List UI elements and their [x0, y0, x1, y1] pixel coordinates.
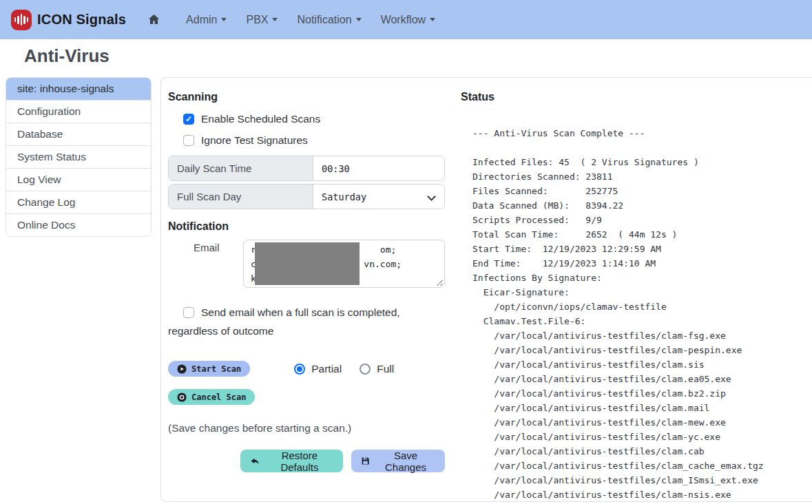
cancel-scan-button[interactable]: Cancel Scan [168, 389, 255, 405]
daily-scan-time-input[interactable]: 00:30 [313, 156, 444, 180]
nav-item-workflow[interactable]: Workflow [371, 8, 446, 32]
start-scan-label: Start Scan [191, 364, 241, 374]
nav-item-pbx[interactable]: PBX [236, 8, 287, 32]
cancel-scan-label: Cancel Scan [191, 392, 246, 402]
main-panel: Scanning Enable Scheduled Scans Ignore T… [160, 77, 812, 502]
save-changes-label: Save Changes [376, 450, 435, 473]
sidebar-item-system-status[interactable]: System Status [6, 146, 151, 169]
save-changes-button[interactable]: Save Changes [351, 450, 445, 472]
full-scan-day-value: Saturday [322, 191, 366, 202]
stop-circle-icon [177, 392, 187, 402]
settings-column: Scanning Enable Scheduled Scans Ignore T… [168, 91, 445, 501]
partial-radio[interactable] [294, 364, 305, 375]
restore-defaults-button[interactable]: Restore Defaults [240, 450, 343, 472]
textarea-resize-handle[interactable] [436, 279, 443, 286]
full-scan-day-label: Full Scan Day [169, 185, 313, 209]
top-navbar: ICON Signals Admin PBX Notification Work… [0, 0, 812, 39]
nav-item-notification-label: Notification [297, 14, 351, 26]
notification-heading: Notification [168, 220, 445, 233]
sidebar-item-change-log[interactable]: Change Log [6, 191, 151, 214]
daily-scan-time-group: Daily Scan Time 00:30 [168, 156, 445, 181]
redaction-overlay [255, 242, 360, 285]
scan-status-log: --- Anti-Virus Scan Complete --- Infecte… [461, 126, 812, 501]
save-floppy-icon [361, 456, 370, 466]
nav-item-pbx-label: PBX [246, 14, 268, 26]
send-email-row: Send email when a full scan is completed… [168, 303, 447, 340]
sidebar-item-online-docs[interactable]: Online Docs [6, 214, 151, 236]
play-circle-icon [177, 364, 187, 374]
full-label[interactable]: Full [377, 363, 394, 375]
caret-down-icon [272, 18, 278, 21]
nav-links: Admin PBX Notification Workflow [176, 8, 445, 32]
caret-down-icon [221, 18, 227, 21]
caret-down-icon [356, 18, 362, 21]
daily-scan-time-label: Daily Scan Time [169, 156, 313, 180]
form-buttons-row: Restore Defaults Save Changes [168, 450, 445, 472]
icon-signals-logo [11, 10, 32, 30]
sidebar: site: inhouse-signals Configuration Data… [6, 77, 152, 237]
caret-down-icon [430, 18, 435, 21]
cancel-scan-row: Cancel Scan [168, 389, 445, 405]
restore-defaults-label: Restore Defaults [266, 450, 333, 473]
nav-item-notification[interactable]: Notification [287, 8, 371, 32]
ignore-test-signatures-label[interactable]: Ignore Test Signatures [201, 134, 308, 147]
undo-arrow-icon [250, 456, 260, 467]
brand-name: ICON Signals [37, 12, 126, 28]
home-icon[interactable] [141, 10, 167, 30]
nav-item-workflow-label: Workflow [381, 14, 426, 26]
nav-item-admin[interactable]: Admin [176, 8, 236, 32]
status-column: Status --- Anti-Virus Scan Complete --- … [461, 91, 812, 501]
sidebar-item-configuration[interactable]: Configuration [6, 101, 151, 123]
enable-scheduled-scans-label[interactable]: Enable Scheduled Scans [201, 113, 320, 125]
enable-scheduled-scans-row: Enable Scheduled Scans [183, 113, 445, 125]
page-title: Anti-Virus [24, 45, 110, 67]
partial-label[interactable]: Partial [311, 363, 342, 375]
email-label: Email [194, 240, 243, 288]
email-row: Email r om; c vn.com; k [194, 240, 445, 288]
send-email-label[interactable]: Send email when a full scan is completed… [168, 306, 400, 337]
status-heading: Status [461, 91, 812, 103]
enable-scheduled-scans-checkbox[interactable] [183, 114, 194, 125]
chevron-down-icon [427, 192, 436, 201]
full-scan-day-select[interactable]: Saturday [313, 185, 444, 209]
save-before-scan-note: (Save changes before starting a scan.) [168, 422, 445, 434]
scanning-heading: Scanning [168, 91, 445, 103]
sidebar-item-site[interactable]: site: inhouse-signals [6, 78, 151, 101]
ignore-test-signatures-row: Ignore Test Signatures [183, 134, 445, 147]
full-radio[interactable] [360, 364, 371, 375]
sidebar-item-database[interactable]: Database [6, 123, 151, 146]
nav-item-admin-label: Admin [186, 14, 217, 26]
ignore-test-signatures-checkbox[interactable] [183, 135, 194, 146]
email-textarea[interactable]: r om; c vn.com; k [243, 240, 445, 288]
scan-type-radio-group: Partial Full [294, 363, 394, 375]
sidebar-item-log-view[interactable]: Log View [6, 169, 151, 191]
start-scan-row: Start Scan Partial Full [168, 361, 445, 377]
send-email-checkbox[interactable] [183, 307, 194, 318]
start-scan-button[interactable]: Start Scan [168, 361, 250, 377]
brand[interactable]: ICON Signals [11, 10, 126, 30]
full-scan-day-group: Full Scan Day Saturday [168, 184, 445, 209]
